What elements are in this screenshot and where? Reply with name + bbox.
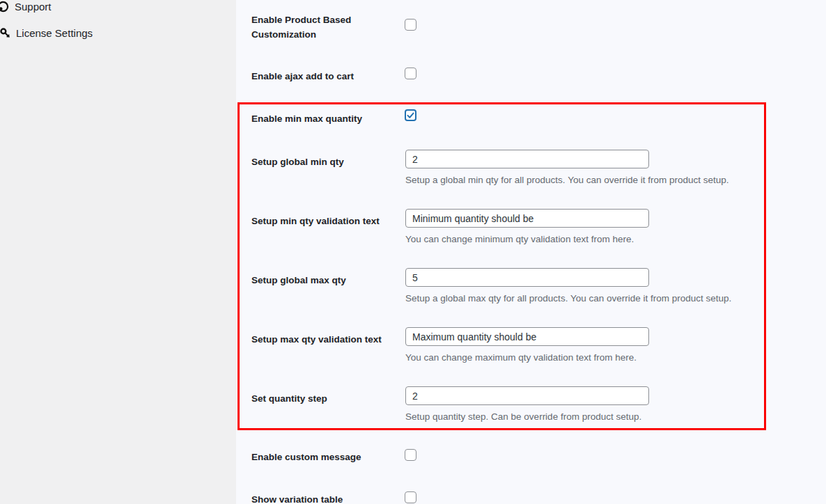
help-setup-min-qty-validation-text: You can change minimum qty validation te… [405, 234, 634, 244]
help-set-quantity-step: Setup quantity step. Can be override fro… [405, 411, 641, 422]
enable-ajax-add-to-cart-checkbox[interactable] [405, 68, 416, 79]
show-variation-table-checkbox[interactable] [405, 491, 416, 503]
label-show-variation-table: Show variation table [251, 492, 380, 504]
setup-global-min-qty-input[interactable] [405, 150, 649, 168]
sidebar-item-support[interactable]: Support [0, 0, 52, 13]
sidebar-item-license-settings[interactable]: License Settings [0, 26, 93, 40]
enable-min-max-quantity-checkbox[interactable] [405, 109, 416, 121]
label-setup-global-min-qty: Setup global min qty [251, 155, 380, 169]
sidebar-item-label: Support [15, 1, 52, 13]
enable-product-based-customization-checkbox[interactable] [405, 19, 416, 31]
label-enable-custom-message: Enable custom message [251, 450, 380, 464]
life-ring-icon [0, 1, 9, 13]
label-setup-global-max-qty: Setup global max qty [251, 273, 380, 288]
label-setup-max-qty-validation-text: Setup max qty validation text [251, 332, 391, 347]
enable-custom-message-checkbox[interactable] [405, 449, 416, 461]
label-set-quantity-step: Set quantity step [251, 391, 380, 406]
setup-min-qty-validation-text-input[interactable] [405, 209, 649, 228]
sidebar-item-label: License Settings [16, 27, 93, 39]
label-enable-min-max-quantity: Enable min max quantity [251, 111, 380, 126]
label-enable-ajax-add-to-cart: Enable ajax add to cart [251, 69, 380, 84]
setup-global-max-qty-input[interactable] [405, 268, 649, 287]
label-enable-product-based-customization: Enable Product Based Customization [251, 13, 370, 42]
set-quantity-step-input[interactable] [405, 386, 649, 405]
help-setup-max-qty-validation-text: You can change maximum qty validation te… [405, 352, 637, 363]
setup-max-qty-validation-text-input[interactable] [405, 327, 649, 346]
label-setup-min-qty-validation-text: Setup min qty validation text [251, 214, 391, 228]
checkmark-icon [406, 111, 415, 120]
sidebar: Support License Settings [0, 0, 236, 504]
key-icon [0, 28, 10, 38]
help-setup-global-min-qty: Setup a global min qty for all products.… [405, 175, 729, 185]
help-setup-global-max-qty: Setup a global max qty for all products.… [405, 293, 731, 304]
